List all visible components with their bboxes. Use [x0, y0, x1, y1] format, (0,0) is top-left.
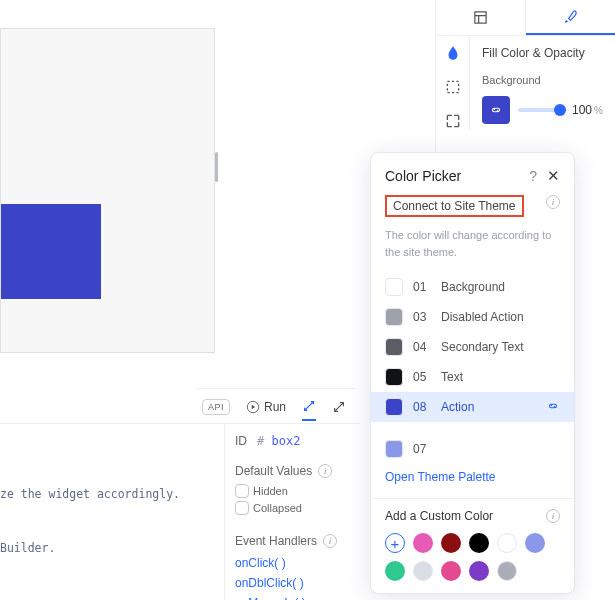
expand-icon — [332, 400, 346, 414]
link-icon — [489, 103, 503, 117]
id-prefix: # — [257, 434, 264, 448]
code-line: ze the widget accordingly. — [0, 480, 224, 510]
theme-color-number: 05 — [413, 370, 431, 384]
color-swatch — [385, 278, 403, 296]
fill-section-title: Fill Color & Opacity — [482, 46, 605, 60]
theme-color-item[interactable]: 01Background — [371, 272, 574, 302]
tab-layout[interactable] — [436, 0, 526, 35]
custom-color-swatch[interactable] — [441, 561, 461, 581]
border-icon[interactable] — [444, 78, 462, 96]
custom-color-grid: + — [385, 533, 560, 581]
theme-color-number: 08 — [413, 400, 431, 414]
layout-icon — [473, 10, 488, 25]
link-icon — [546, 399, 560, 416]
color-picker-popover: Color Picker ? ✕ Connect to Site Theme i… — [370, 152, 575, 594]
id-row: ID # box2 — [235, 434, 359, 448]
theme-color-name: Background — [441, 280, 505, 294]
theme-color-name: Disabled Action — [441, 310, 524, 324]
theme-color-item[interactable]: 07 — [371, 434, 574, 464]
events-label: Event Handlers — [235, 534, 317, 548]
info-icon[interactable]: i — [546, 195, 560, 209]
custom-color-swatch[interactable] — [385, 561, 405, 581]
theme-color-item[interactable]: 04Secondary Text — [371, 332, 574, 362]
brush-icon — [563, 9, 578, 24]
theme-color-number: 03 — [413, 310, 431, 324]
svg-rect-1 — [475, 12, 486, 23]
properties-column: ID # box2 Default Values i Hidden Collap… — [225, 424, 365, 600]
color-swatch — [385, 308, 403, 326]
id-label: ID — [235, 434, 247, 448]
event-handler[interactable]: onClick( ) — [235, 556, 359, 570]
play-icon — [246, 400, 260, 414]
defaults-row: Default Values i Hidden Collapsed — [235, 464, 359, 518]
rail-side-icons — [436, 36, 470, 130]
code-column: ze the widget accordingly. Builder. — [0, 424, 225, 600]
bg-color-swatch[interactable] — [482, 96, 510, 124]
canvas — [0, 28, 215, 353]
svg-rect-2 — [447, 81, 458, 92]
opacity-slider[interactable] — [518, 108, 564, 112]
custom-color-swatch[interactable] — [413, 533, 433, 553]
bg-label: Background — [482, 74, 605, 86]
defaults-label: Default Values — [235, 464, 312, 478]
corner-icon[interactable] — [444, 112, 462, 130]
custom-color-swatch[interactable] — [469, 561, 489, 581]
run-label: Run — [264, 400, 286, 414]
info-icon[interactable]: i — [318, 464, 332, 478]
id-value[interactable]: box2 — [271, 434, 300, 448]
event-handler[interactable]: onDblClick( ) — [235, 576, 359, 590]
event-handler[interactable]: onMouseIn( ) — [235, 596, 359, 600]
theme-color-name: Secondary Text — [441, 340, 524, 354]
custom-color-label: Add a Custom Color — [385, 509, 493, 523]
theme-color-name: Text — [441, 370, 463, 384]
theme-color-name: Action — [441, 400, 474, 414]
custom-color-swatch[interactable] — [497, 533, 517, 553]
color-swatch — [385, 440, 403, 458]
opacity-value[interactable]: 100% — [572, 103, 603, 117]
open-theme-palette-link[interactable]: Open Theme Palette — [371, 464, 574, 490]
code-toolbar: API Run — [196, 388, 356, 424]
bottom-panel: ze the widget accordingly. Builder. ID #… — [0, 423, 360, 600]
info-icon[interactable]: i — [323, 534, 337, 548]
help-button[interactable]: ? — [529, 168, 537, 184]
rail-main: Fill Color & Opacity Background 100% — [470, 36, 615, 130]
color-swatch — [385, 368, 403, 386]
box-widget[interactable] — [1, 204, 101, 299]
theme-color-number: 01 — [413, 280, 431, 294]
color-swatch — [385, 338, 403, 356]
theme-color-number: 04 — [413, 340, 431, 354]
theme-color-number: 07 — [413, 442, 431, 456]
api-pill[interactable]: API — [202, 399, 230, 415]
theme-color-item[interactable]: 03Disabled Action — [371, 302, 574, 332]
close-icon[interactable]: ✕ — [547, 167, 560, 185]
add-custom-color-button[interactable]: + — [385, 533, 405, 553]
fill-icon[interactable] — [444, 44, 462, 62]
code-line: Builder. — [0, 534, 224, 564]
custom-color-swatch[interactable] — [469, 533, 489, 553]
collapsed-checkbox[interactable]: Collapsed — [235, 501, 302, 515]
color-swatch — [385, 398, 403, 416]
info-icon[interactable]: i — [546, 509, 560, 523]
connect-tool-button[interactable] — [302, 399, 316, 421]
color-picker-title: Color Picker — [385, 168, 461, 184]
connect-description: The color will change according to the s… — [371, 227, 574, 260]
canvas-scrollbar[interactable] — [215, 152, 218, 182]
theme-color-item[interactable]: 08Action — [371, 392, 574, 422]
custom-color-swatch[interactable] — [525, 533, 545, 553]
custom-color-swatch[interactable] — [497, 561, 517, 581]
tab-design[interactable] — [526, 0, 615, 35]
hidden-checkbox[interactable]: Hidden — [235, 484, 288, 498]
custom-color-section: Add a Custom Color i + — [371, 498, 574, 581]
custom-color-swatch[interactable] — [413, 561, 433, 581]
theme-color-list: 01Background03Disabled Action04Secondary… — [371, 272, 574, 490]
rail-tabs — [436, 0, 615, 36]
connect-to-theme-button[interactable]: Connect to Site Theme — [385, 195, 524, 217]
run-button[interactable]: Run — [246, 400, 286, 414]
custom-color-swatch[interactable] — [441, 533, 461, 553]
connect-icon — [302, 399, 316, 413]
expand-button[interactable] — [332, 400, 346, 414]
theme-color-item[interactable]: 05Text — [371, 362, 574, 392]
events-row: Event Handlers i onClick( ) onDblClick( … — [235, 534, 359, 600]
